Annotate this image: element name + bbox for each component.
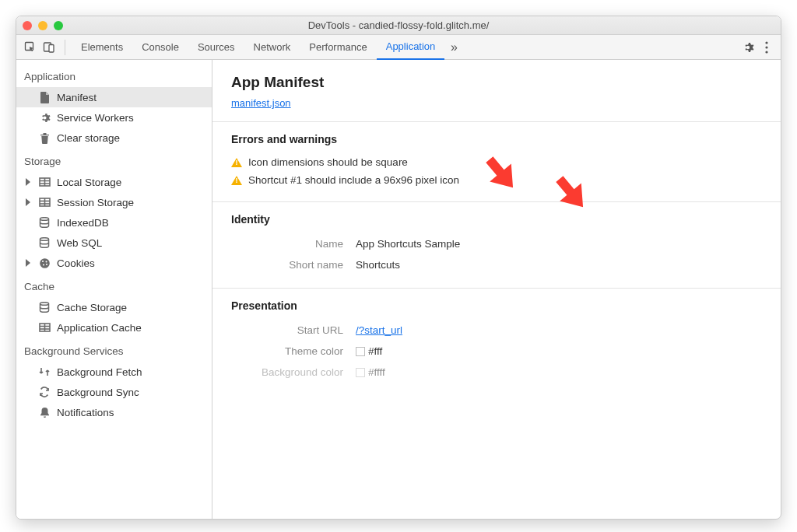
group-cache: Cache	[16, 273, 212, 297]
body: Application Manifest Service Workers Cle…	[16, 60, 781, 519]
group-background-services: Background Services	[16, 338, 212, 362]
sidebar-item-local-storage[interactable]: Local Storage	[16, 172, 212, 192]
inspect-element-icon[interactable]	[21, 38, 40, 57]
separator	[65, 40, 65, 55]
expand-arrow-icon	[26, 259, 30, 267]
sidebar-item-manifest[interactable]: Manifest	[16, 87, 212, 107]
database-icon	[38, 301, 51, 313]
svg-point-21	[40, 302, 49, 305]
svg-point-18	[45, 261, 47, 262]
titlebar: DevTools - candied-flossy-fold.glitch.me…	[16, 16, 781, 35]
section-header: App Manifest manifest.json	[212, 60, 781, 122]
svg-point-14	[40, 217, 49, 220]
label-background-color: Background color	[231, 366, 356, 378]
more-tabs-button[interactable]: »	[444, 38, 463, 57]
expand-arrow-icon	[26, 178, 30, 186]
warning-icon	[231, 176, 242, 185]
table-icon	[38, 196, 51, 208]
label-start-url: Start URL	[231, 324, 356, 336]
svg-rect-2	[49, 44, 54, 52]
kv-row: Short name Shortcuts	[231, 254, 762, 275]
value-background-color: #ffff	[356, 366, 385, 378]
minimize-window-button[interactable]	[38, 21, 47, 30]
sidebar-item-background-sync[interactable]: Background Sync	[16, 382, 212, 402]
section-presentation: Presentation Start URL /?start_url Theme…	[212, 289, 781, 395]
label-theme-color: Theme color	[231, 345, 356, 357]
trash-icon	[38, 131, 51, 144]
identity-title: Identity	[231, 213, 762, 226]
sidebar-item-label: Background Sync	[57, 387, 139, 398]
main-panel: App Manifest manifest.json Errors and wa…	[212, 60, 781, 519]
window-title: DevTools - candied-flossy-fold.glitch.me…	[16, 19, 781, 31]
svg-point-16	[40, 258, 50, 268]
sidebar-item-clear-storage[interactable]: Clear storage	[16, 128, 212, 148]
presentation-title: Presentation	[231, 299, 762, 312]
color-swatch	[356, 347, 365, 356]
settings-icon[interactable]	[739, 38, 757, 57]
tab-elements[interactable]: Elements	[72, 35, 132, 60]
window: DevTools - candied-flossy-fold.glitch.me…	[16, 16, 781, 520]
tab-sources[interactable]: Sources	[188, 35, 244, 60]
color-swatch	[356, 368, 365, 377]
svg-point-15	[40, 237, 49, 240]
sidebar-item-label: Session Storage	[57, 197, 134, 208]
svg-point-19	[43, 264, 44, 265]
sidebar-item-label: Local Storage	[57, 177, 121, 188]
warning-icon	[231, 158, 242, 167]
fetch-icon	[38, 366, 51, 378]
sidebar-item-indexeddb[interactable]: IndexedDB	[16, 212, 212, 233]
tab-performance[interactable]: Performance	[300, 35, 376, 60]
sidebar-item-session-storage[interactable]: Session Storage	[16, 192, 212, 212]
kv-row: Start URL /?start_url	[231, 320, 762, 341]
sidebar-item-label: Manifest	[57, 92, 97, 103]
sidebar-item-background-fetch[interactable]: Background Fetch	[16, 362, 212, 382]
sidebar-item-label: Cache Storage	[57, 302, 127, 313]
sidebar-item-label: Service Workers	[57, 112, 134, 124]
devtools-toolbar: Elements Console Sources Network Perform…	[16, 35, 781, 60]
sidebar-item-application-cache[interactable]: Application Cache	[16, 317, 212, 338]
close-window-button[interactable]	[23, 21, 32, 30]
svg-rect-0	[26, 42, 33, 50]
database-icon	[38, 216, 51, 229]
gear-icon	[38, 111, 51, 124]
kv-row: Name App Shortcuts Sample	[231, 233, 762, 254]
svg-point-5	[765, 51, 767, 53]
sync-icon	[38, 386, 51, 398]
expand-arrow-icon	[26, 198, 30, 206]
sidebar-item-web-sql[interactable]: Web SQL	[16, 233, 212, 253]
svg-point-3	[765, 41, 767, 44]
device-toggle-icon[interactable]	[40, 38, 58, 57]
value-short-name: Shortcuts	[356, 259, 400, 271]
document-icon	[38, 91, 51, 103]
value-name: App Shortcuts Sample	[356, 238, 460, 250]
sidebar-item-cache-storage[interactable]: Cache Storage	[16, 297, 212, 317]
sidebar-item-label: Cookies	[57, 257, 95, 269]
sidebar-item-service-workers[interactable]: Service Workers	[16, 107, 212, 128]
errors-title: Errors and warnings	[231, 133, 762, 145]
svg-point-17	[42, 261, 44, 262]
sidebar-item-cookies[interactable]: Cookies	[16, 253, 212, 273]
kebab-menu-icon[interactable]	[757, 38, 776, 57]
annotation-arrow-icon	[477, 149, 524, 196]
tab-network[interactable]: Network	[244, 35, 300, 60]
svg-point-4	[765, 46, 767, 48]
manifest-link[interactable]: manifest.json	[231, 97, 291, 109]
kv-row: Background color #ffff	[231, 362, 762, 383]
group-application: Application	[16, 63, 212, 87]
sidebar-item-label: IndexedDB	[57, 217, 109, 229]
sidebar-item-label: Application Cache	[57, 322, 142, 334]
value-start-url[interactable]: /?start_url	[356, 324, 402, 336]
sidebar-item-label: Web SQL	[57, 237, 102, 249]
cookie-icon	[38, 257, 51, 269]
sidebar-item-label: Clear storage	[57, 132, 120, 144]
kv-row: Theme color #fff	[231, 341, 762, 362]
maximize-window-button[interactable]	[54, 21, 63, 30]
table-icon	[38, 321, 51, 334]
label-name: Name	[231, 238, 356, 250]
table-icon	[38, 176, 51, 188]
tab-console[interactable]: Console	[132, 35, 188, 60]
warning-text: Shortcut #1 should include a 96x96 pixel…	[248, 174, 459, 186]
sidebar-item-notifications[interactable]: Notifications	[16, 402, 212, 422]
group-storage: Storage	[16, 148, 212, 172]
tab-application[interactable]: Application	[377, 35, 445, 60]
